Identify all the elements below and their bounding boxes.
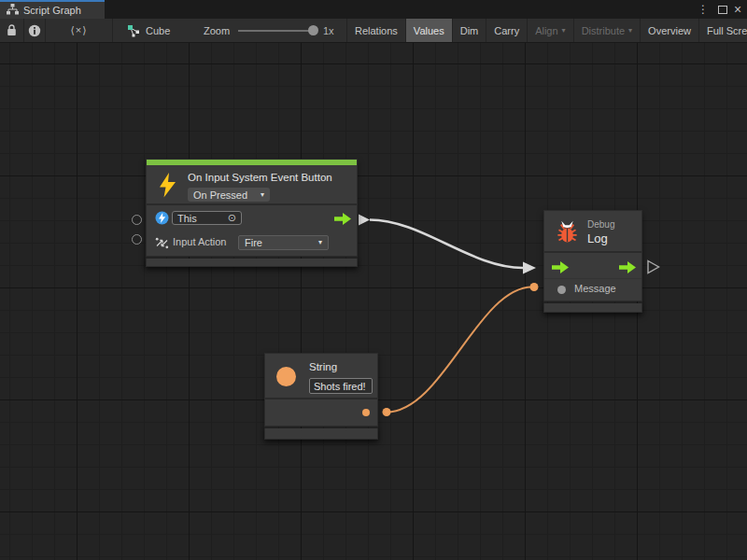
info-button[interactable] <box>24 19 46 42</box>
this-port-row: This ⊙ <box>147 205 357 231</box>
values-button[interactable]: Values <box>405 19 452 42</box>
input-action-dropdown[interactable]: Fire ▾ <box>238 235 329 250</box>
script-graph-window: Script Graph ⋮ × ⟨×⟩ <box>0 0 747 560</box>
white-wire-end-arrow <box>523 262 536 274</box>
tab-title: Script Graph <box>23 5 81 16</box>
toolbar: ⟨×⟩ Cube Zoom 1x Relations Values Dim Ca… <box>0 19 747 43</box>
toolbar-toggle-group: Relations Values Dim Carry Align ▾ Distr… <box>346 19 747 42</box>
string-node-body <box>265 399 377 426</box>
string-node-main: String Shots fired! <box>264 353 378 427</box>
tab-bar: Script Graph ⋮ × <box>0 0 747 19</box>
script-graph-icon <box>127 24 140 37</box>
chevron-down-icon: ▾ <box>562 27 566 35</box>
string-type-icon <box>276 367 296 386</box>
debug-node-header: Debug Log <box>544 211 641 253</box>
node-on-input-system-event-button[interactable]: On Input System Event Button On Pressed … <box>146 159 358 267</box>
dim-button[interactable]: Dim <box>452 19 486 42</box>
overview-button[interactable]: Overview <box>640 19 698 42</box>
distribute-button[interactable]: Distribute ▾ <box>573 19 640 42</box>
target-picker-icon: ⊙ <box>228 212 236 224</box>
orange-wire-start-dot[interactable] <box>383 408 391 416</box>
window-maximize-button[interactable] <box>715 0 730 19</box>
carry-button[interactable]: Carry <box>486 19 527 42</box>
lightning-bolt-icon <box>157 173 178 202</box>
debug-node-category: Debug <box>587 219 614 230</box>
string-value-field[interactable]: Shots fired! <box>309 378 373 394</box>
debug-node-main: Debug Log <box>543 210 642 301</box>
string-output-port[interactable] <box>362 409 370 416</box>
debug-bug-icon <box>555 219 580 248</box>
this-value-field[interactable]: This ⊙ <box>172 211 242 225</box>
input-action-label: Input Action <box>173 236 227 247</box>
debug-message-row: Message <box>544 279 641 301</box>
graph-canvas[interactable]: On Input System Event Button On Pressed … <box>0 43 747 560</box>
code-preview-button[interactable]: ⟨×⟩ <box>46 19 113 42</box>
message-input-port[interactable] <box>557 286 566 294</box>
align-button[interactable]: Align ▾ <box>527 19 572 42</box>
debug-enter-port[interactable] <box>552 260 569 277</box>
graph-target-label: Cube <box>146 25 170 36</box>
exit-stub-triangle-icon[interactable] <box>646 259 661 278</box>
string-node-header: String Shots fired! <box>265 354 377 399</box>
zoom-label: Zoom <box>204 19 230 42</box>
input-action-icon <box>155 236 169 254</box>
input-action-port[interactable] <box>132 234 142 245</box>
event-node-title: On Input System Event Button <box>188 172 332 183</box>
window-close-button[interactable]: × <box>730 0 745 19</box>
tab-script-graph[interactable]: Script Graph <box>0 0 105 19</box>
chevron-down-icon: ▾ <box>628 27 632 35</box>
chevron-down-icon: ▾ <box>261 191 264 199</box>
chevron-down-icon: ▾ <box>318 239 322 246</box>
zoom-slider-handle[interactable] <box>308 25 318 35</box>
message-label: Message <box>574 283 616 294</box>
event-node-body: This ⊙ <box>147 205 357 256</box>
window-menu-button[interactable]: ⋮ <box>697 0 710 19</box>
input-action-row: Input Action Fire ▾ <box>147 231 357 256</box>
debug-exec-row <box>544 253 641 279</box>
lock-button[interactable] <box>0 19 24 42</box>
gameobject-bolt-icon <box>155 211 169 229</box>
graph-tab-icon <box>7 2 19 19</box>
string-node-footer <box>264 428 378 440</box>
debug-node-footer <box>543 303 642 313</box>
lock-icon <box>7 24 17 36</box>
info-icon <box>28 24 41 37</box>
debug-node-title: Log <box>587 231 608 245</box>
node-string-literal[interactable]: String Shots fired! <box>264 353 378 440</box>
event-type-dropdown[interactable]: On Pressed ▾ <box>188 188 270 202</box>
exec-connection-wire[interactable] <box>370 220 523 269</box>
node-debug-log[interactable]: Debug Log <box>543 210 642 313</box>
zoom-slider-track[interactable] <box>238 30 317 32</box>
event-trigger-output-port[interactable] <box>334 212 351 229</box>
event-node-main: On Input System Event Button On Pressed … <box>146 159 358 257</box>
full-screen-button[interactable]: Full Screen <box>698 19 747 42</box>
white-wire-start-arrow[interactable] <box>359 215 370 226</box>
orange-wire-end-dot[interactable] <box>530 283 539 291</box>
graph-target-ref[interactable]: Cube <box>127 19 183 42</box>
string-node-title: String <box>309 361 337 372</box>
zoom-value: 1x <box>323 19 334 42</box>
event-node-header: On Input System Event Button On Pressed … <box>147 165 357 205</box>
this-input-port[interactable] <box>132 215 142 225</box>
relations-button[interactable]: Relations <box>346 19 405 42</box>
debug-exit-port[interactable] <box>619 260 636 277</box>
maximize-icon <box>718 6 727 14</box>
event-node-footer <box>146 259 358 267</box>
string-connection-wire[interactable] <box>387 287 532 413</box>
